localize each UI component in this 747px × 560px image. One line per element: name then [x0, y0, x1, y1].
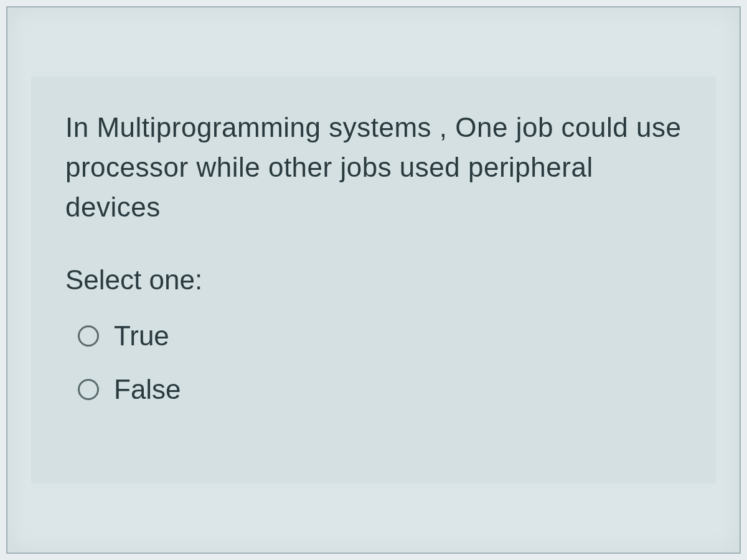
option-false[interactable]: False — [65, 374, 682, 405]
option-label-true[interactable]: True — [114, 320, 169, 352]
radio-icon[interactable] — [78, 325, 99, 347]
radio-icon[interactable] — [78, 379, 99, 400]
option-true[interactable]: True — [65, 320, 682, 352]
question-text: In Multiprogramming systems , One job co… — [65, 108, 682, 226]
select-prompt: Select one: — [65, 264, 682, 296]
quiz-frame: In Multiprogramming systems , One job co… — [6, 6, 741, 554]
option-label-false[interactable]: False — [114, 374, 181, 405]
question-card: In Multiprogramming systems , One job co… — [31, 77, 716, 483]
